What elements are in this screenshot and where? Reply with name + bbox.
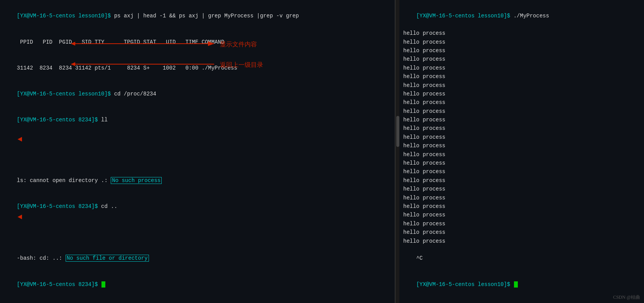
hello-18: hello process xyxy=(403,176,640,185)
annotation-show-file: 显示文件内容 xyxy=(220,41,257,49)
annotation-go-up: 返回上一级目录 xyxy=(220,61,263,69)
prompt-9: [YX@VM-16-5-centos 8234]$ xyxy=(17,281,101,288)
right-final-prompt-line: [YX@VM-16-5-centos lesson10]$ xyxy=(403,271,640,297)
prompt-5: [YX@VM-16-5-centos 8234]$ xyxy=(17,117,101,123)
hello-15: hello process xyxy=(403,150,640,159)
hello-14: hello process xyxy=(403,141,640,150)
watermark: CSDN @桔曲 xyxy=(613,294,640,301)
terminal-line-8: -bash: cd: ..: No such file or directory xyxy=(4,245,391,271)
hello-24: hello process xyxy=(403,228,640,237)
prompt-4: [YX@VM-16-5-centos lesson10]$ xyxy=(17,91,114,97)
cmd-7: cd .. xyxy=(101,203,117,209)
hello-7: hello process xyxy=(403,81,640,90)
output-header: PPID PID PGID SID TTY TPGID STAT UID TIM… xyxy=(17,39,225,45)
terminal-line-1: [YX@VM-16-5-centos lesson10]$ ps axj | h… xyxy=(4,3,391,29)
terminal-line-7: [YX@VM-16-5-centos 8234]$ cd .. ◄ xyxy=(4,194,391,245)
hello-17: hello process xyxy=(403,167,640,176)
output-error-2: -bash: cd: ..: xyxy=(17,255,66,261)
hello-22: hello process xyxy=(403,211,640,219)
hello-1: hello process xyxy=(403,29,640,37)
hello-12: hello process xyxy=(403,124,640,133)
cmd-4: cd /proc/8234 xyxy=(114,91,156,97)
hello-5: hello process xyxy=(403,64,640,72)
scrollbar-thumb[interactable] xyxy=(396,116,399,147)
terminal-line-3: 31142 8234 8234 31142 pts/1 8234 S+ 1002… xyxy=(4,55,391,81)
prompt-7: [YX@VM-16-5-centos 8234]$ xyxy=(17,203,101,209)
cursor-left xyxy=(101,281,105,288)
terminal-line-6: ls: cannot open directory .: No such pro… xyxy=(4,167,391,193)
right-cmd: ./MyProcess xyxy=(514,13,549,19)
hello-20: hello process xyxy=(403,194,640,202)
no-such-file-highlight: No such file or directory xyxy=(66,255,149,262)
no-such-process-highlight: No such process xyxy=(111,177,162,184)
hello-11: hello process xyxy=(403,116,640,124)
hello-23: hello process xyxy=(403,220,640,228)
hello-25: hello process xyxy=(403,237,640,245)
hello-8: hello process xyxy=(403,90,640,98)
terminal-line-5: [YX@VM-16-5-centos 8234]$ ll ◄ xyxy=(4,107,391,168)
right-terminal-command: [YX@VM-16-5-centos lesson10]$ ./MyProces… xyxy=(403,3,640,29)
ctrl-c-line: ^C xyxy=(403,245,640,271)
terminal-line-4: [YX@VM-16-5-centos lesson10]$ cd /proc/8… xyxy=(4,81,391,107)
hello-2: hello process xyxy=(403,38,640,46)
cursor-right xyxy=(514,281,518,288)
hello-3: hello process xyxy=(403,46,640,55)
hello-9: hello process xyxy=(403,98,640,107)
left-terminal: [YX@VM-16-5-centos lesson10]$ ps axj | h… xyxy=(0,0,396,303)
right-terminal: [YX@VM-16-5-centos lesson10]$ ./MyProces… xyxy=(399,0,644,303)
hello-16: hello process xyxy=(403,159,640,167)
prompt-1: [YX@VM-16-5-centos lesson10]$ xyxy=(17,13,114,19)
terminal-line-9: [YX@VM-16-5-centos 8234]$ xyxy=(4,271,391,297)
right-prompt: [YX@VM-16-5-centos lesson10]$ xyxy=(416,13,514,19)
hello-13: hello process xyxy=(403,133,640,141)
ctrl-c-text: ^C xyxy=(416,255,423,261)
hello-6: hello process xyxy=(403,72,640,81)
cmd-5: ll xyxy=(101,117,108,123)
panel-divider xyxy=(396,0,399,303)
output-error-1: ls: cannot open directory .: xyxy=(17,177,111,184)
hello-21: hello process xyxy=(403,202,640,211)
right-final-prompt: [YX@VM-16-5-centos lesson10]$ xyxy=(416,281,514,288)
output-process: 31142 8234 8234 31142 pts/1 8234 S+ 1002… xyxy=(17,65,237,71)
hello-10: hello process xyxy=(403,107,640,116)
cmd-1: ps axj | head -1 && ps axj | grep MyProc… xyxy=(114,13,299,19)
hello-4: hello process xyxy=(403,55,640,63)
hello-19: hello process xyxy=(403,185,640,193)
terminal-line-2: PPID PID PGID SID TTY TPGID STAT UID TIM… xyxy=(4,29,391,55)
